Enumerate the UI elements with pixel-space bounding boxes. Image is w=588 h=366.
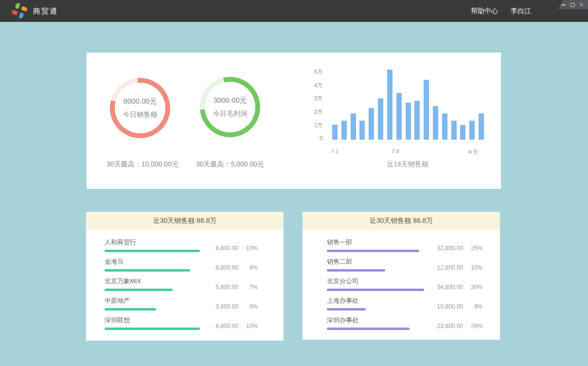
item-bar [105,328,200,330]
customer-sales-card: 近30天销售额 86.8万 人和商贸行 8,800.00 10% 金海马 6,8… [86,212,284,341]
y-tick: 4万 [314,82,322,89]
item-bar [327,250,419,252]
maximize-icon[interactable] [570,3,575,7]
bar [414,101,420,140]
item-bar-track [327,269,424,272]
item-amount: 5,800.00 [202,284,238,291]
today-profit-donut: 3000.00元 今日毛利润 [200,77,260,137]
item-amount: 10,800.00 [427,303,463,310]
list-item: 人和商贸行 8,800.00 10% [105,238,272,252]
user-name-menu[interactable]: 李白江 [511,7,531,16]
x-tick-7-8: 7-8 [387,148,404,154]
y-tick: 2万 [314,109,322,116]
list-item: 销售二部 12,800.00 10% [327,257,488,272]
item-percent: 10% [463,264,482,271]
y-tick: 3万 [314,95,322,102]
item-percent: 5% [238,303,258,310]
item-amount: 23,800.00 [427,323,463,329]
app-logo-pinwheel-icon [13,4,26,18]
logo-petal-orange [21,6,27,11]
list-item: 金海马 6,800.00 8% [105,257,272,272]
chart-title: 近14天销售额 [349,160,466,169]
minimize-icon[interactable] [561,4,566,5]
list-item: 上海办事处 10,800.00 9% [327,296,488,311]
department-sales-card-title: 近30天销售额 86.8万 [303,212,500,230]
bar [406,103,411,140]
item-bar-track [327,250,424,252]
bar [479,113,484,140]
item-percent: 30% [463,284,482,291]
list-item: 北京万象MIX 5,800.00 7% [105,277,272,291]
department-sales-card: 近30天销售额 86.8万 销售一部 32,800.00 25% 销售二部 12… [303,212,500,340]
window-controls: × [556,0,588,9]
app-window: 商贸通 帮助中心 李白江 × 8000.00元 今日销售额 30天最高：10,0… [0,0,588,366]
bar [460,125,465,140]
item-percent: 8% [238,264,258,271]
item-amount: 8,800.00 [202,245,238,252]
bar [378,98,383,140]
close-icon[interactable]: × [580,2,583,7]
item-bar-track [105,289,202,291]
list-item: 深圳联想 8,800.00 10% [105,316,272,330]
item-bar-track [105,308,202,311]
bar [332,125,338,140]
item-percent: 26% [463,323,482,329]
item-amount: 8,800.00 [202,323,238,329]
sales-bars [332,67,484,140]
item-values: 34,800.00 30% [427,284,482,291]
department-sales-list: 销售一部 32,800.00 25% 销售二部 12,800.00 10% [303,230,500,330]
item-percent: 9% [463,303,482,310]
today-profit-label: 今日毛利润 [213,110,247,118]
item-bar [105,269,190,272]
item-bar-track [105,250,202,252]
today-profit-donut-text: 3000.00元 今日毛利润 [200,77,260,137]
logo-petal-red [11,10,18,15]
item-amount: 3,800.00 [202,303,238,310]
bar [351,113,356,140]
y-tick: 5万 [314,68,322,75]
item-percent: 7% [238,284,258,291]
today-sales-value: 8000.00元 [123,97,157,106]
item-percent: 25% [463,245,482,252]
logo-petal-blue [19,12,24,18]
list-item: 中原地产 3,800.00 5% [105,296,272,311]
customer-sales-list: 人和商贸行 8,800.00 10% 金海马 6,800.00 8% [86,230,284,330]
help-center-link[interactable]: 帮助中心 [471,7,498,16]
y-tick: 0 [320,135,322,141]
item-bar [105,289,173,291]
bar [424,80,429,140]
bar [369,108,374,140]
item-amount: 12,800.00 [427,264,463,271]
bar [442,113,447,140]
item-bar [327,269,385,272]
item-values: 8,800.00 10% [202,323,258,329]
titlebar: 商贸通 帮助中心 李白江 × [0,0,588,22]
item-values: 32,800.00 25% [427,245,482,252]
chart-y-axis: 5万 4万 3万 2万 1万 0 [300,68,322,141]
item-values: 23,800.00 26% [427,323,482,329]
item-bar-track [327,308,424,311]
app-title: 商贸通 [33,0,58,22]
bar [451,121,457,140]
logo-petal-green [15,2,20,9]
item-values: 6,800.00 8% [202,264,258,271]
item-values: 12,800.00 10% [427,264,482,271]
item-percent: 10% [238,323,258,329]
item-bar [327,289,424,291]
item-bar-track [105,269,202,272]
item-amount: 34,800.00 [427,284,463,291]
x-tick-today: 今天 [464,148,481,156]
bar [341,121,347,140]
item-bar [105,308,156,311]
item-values: 3,800.00 5% [202,303,258,310]
item-bar-track [327,289,424,291]
customer-sales-card-title: 近30天销售额 86.8万 [86,212,284,230]
item-percent: 10% [238,245,258,252]
item-bar-track [327,328,424,330]
bar [433,106,438,140]
bar [469,121,475,140]
today-sales-donut-text: 8000.00元 今日销售额 [110,78,170,138]
item-values: 10,800.00 9% [427,303,482,310]
bar [396,93,402,140]
item-bar [327,308,366,311]
